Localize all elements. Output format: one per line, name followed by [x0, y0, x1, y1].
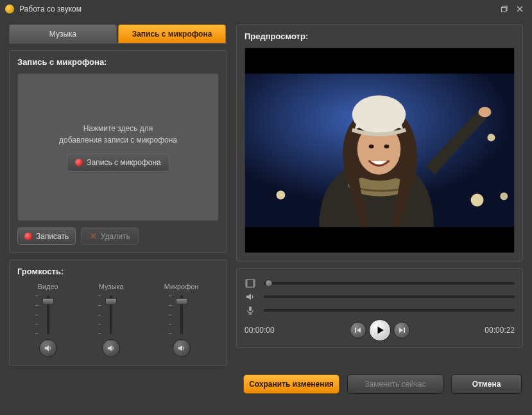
svg-rect-30: [404, 328, 405, 333]
svg-point-23: [253, 281, 254, 281]
window-title: Работа со звуком: [19, 4, 496, 13]
titlebar: Работа со звуком: [0, 0, 532, 18]
svg-rect-26: [249, 306, 252, 311]
record-button-label: Записать: [36, 232, 69, 241]
mic-position-slider[interactable]: [264, 306, 515, 315]
prev-button[interactable]: [350, 322, 366, 339]
film-icon: [245, 278, 256, 288]
music-position-slider[interactable]: [264, 292, 515, 301]
delete-button-label: Удалить: [101, 232, 130, 241]
next-button[interactable]: [393, 322, 410, 339]
svg-rect-1: [502, 8, 506, 12]
volume-panel: Громкость: Видео Музыка: [9, 260, 227, 366]
svg-point-13: [369, 145, 374, 148]
svg-point-12: [352, 96, 406, 134]
volume-panel-title: Громкость:: [17, 267, 219, 276]
video-preview[interactable]: [245, 48, 515, 253]
save-button[interactable]: Сохранить изменения: [243, 375, 339, 394]
cancel-button[interactable]: Отмена: [451, 375, 522, 394]
svg-rect-29: [355, 328, 356, 333]
source-tabs: Музыка Запись с микрофона: [9, 24, 227, 44]
svg-point-14: [384, 145, 389, 148]
app-icon: [5, 4, 14, 13]
timeline-panel: 00:00:00 00:00:22: [236, 268, 523, 348]
tab-microphone[interactable]: Запись с микрофона: [118, 24, 226, 43]
replace-now-button[interactable]: Заменить сейчас: [347, 375, 443, 394]
video-position-slider[interactable]: [264, 279, 515, 288]
time-current: 00:00:00: [245, 326, 275, 335]
volume-microphone: Микрофон: [164, 283, 199, 357]
volume-music-label: Музыка: [99, 283, 124, 290]
volume-music: Музыка: [99, 283, 124, 357]
svg-point-22: [246, 285, 247, 285]
recording-dropzone[interactable]: Нажмите здесь для добавления записи с ми…: [17, 73, 219, 221]
record-panel: Запись с микрофона: Нажмите здесь для до…: [9, 50, 227, 253]
volume-video-mute[interactable]: [39, 339, 57, 357]
window-restore-button[interactable]: [497, 3, 511, 15]
svg-point-7: [277, 191, 286, 200]
record-from-mic-label: Запись с микрофона: [87, 158, 160, 167]
record-icon: [24, 233, 32, 240]
volume-video-label: Видео: [38, 283, 58, 290]
volume-video-slider[interactable]: [40, 296, 56, 334]
svg-point-8: [487, 134, 495, 141]
svg-point-21: [246, 283, 247, 283]
preview-panel: Предпросмотр:: [236, 24, 523, 261]
tab-music[interactable]: Музыка: [9, 24, 117, 43]
volume-music-mute[interactable]: [102, 339, 120, 357]
volume-microphone-mute[interactable]: [173, 339, 191, 357]
volume-video: Видео: [38, 283, 58, 357]
mic-icon: [245, 305, 256, 315]
playback-controls: [350, 319, 410, 341]
record-panel-title: Запись с микрофона:: [17, 57, 219, 67]
svg-point-10: [500, 193, 508, 200]
speaker-icon: [245, 292, 256, 302]
volume-microphone-slider[interactable]: [174, 296, 189, 334]
record-button[interactable]: Записать: [17, 227, 76, 245]
record-from-mic-button[interactable]: Запись с микрофона: [67, 154, 169, 172]
delete-button[interactable]: ✕ Удалить: [81, 227, 139, 245]
time-total: 00:00:22: [485, 326, 515, 335]
footer: Сохранить изменения Заменить сейчас Отме…: [0, 366, 532, 403]
svg-point-24: [253, 283, 254, 283]
svg-point-25: [253, 285, 254, 285]
svg-point-15: [479, 107, 492, 117]
play-button[interactable]: [369, 319, 391, 341]
svg-point-9: [471, 194, 484, 207]
delete-icon: ✕: [90, 231, 97, 241]
svg-point-20: [246, 281, 247, 281]
preview-title: Предпросмотр:: [245, 31, 515, 41]
volume-music-slider[interactable]: [103, 296, 119, 334]
volume-microphone-label: Микрофон: [164, 283, 199, 290]
window-close-button[interactable]: [513, 3, 527, 15]
recording-hint: Нажмите здесь для добавления записи с ми…: [59, 123, 177, 146]
record-icon: [75, 159, 83, 166]
